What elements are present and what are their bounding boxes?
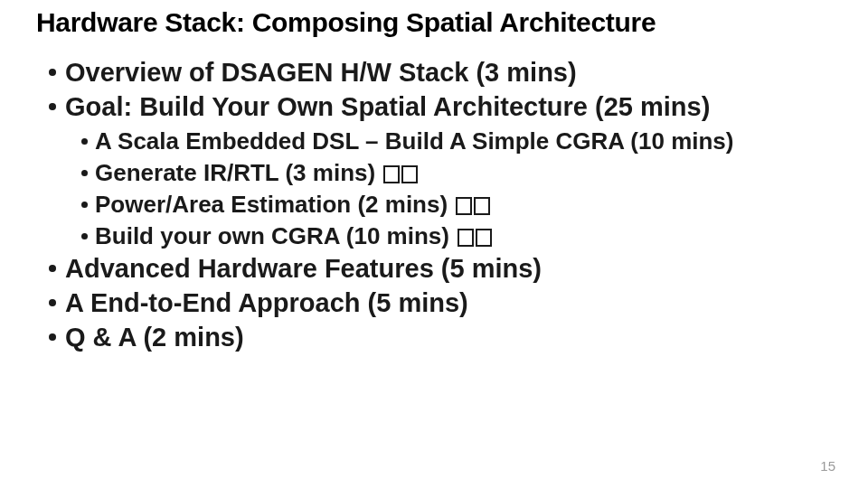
- bullet-text: A Scala Embedded DSL – Build A Simple CG…: [95, 126, 733, 157]
- slide: Hardware Stack: Composing Spatial Archit…: [0, 0, 868, 354]
- bullet-label: Power/Area Estimation (2 mins): [95, 191, 448, 218]
- bullet-icon: [81, 233, 88, 239]
- bullet-goal: Goal: Build Your Own Spatial Architectur…: [49, 90, 832, 123]
- bullet-end-to-end: A End-to-End Approach (5 mins): [49, 286, 832, 319]
- bullet-build-own-cgra: Build your own CGRA (10 mins): [81, 221, 832, 252]
- page-number: 15: [820, 458, 835, 474]
- bullet-icon: [81, 170, 88, 176]
- bullet-icon: [81, 202, 88, 208]
- bullet-overview: Overview of DSAGEN H/W Stack (3 mins): [49, 56, 832, 89]
- bullet-text: Generate IR/RTL (3 mins): [95, 157, 418, 189]
- slide-title: Hardware Stack: Composing Spatial Archit…: [36, 7, 832, 38]
- missing-glyph-icon: [383, 163, 418, 181]
- bullet-icon: [81, 138, 88, 145]
- bullet-label: Build your own CGRA (10 mins): [95, 222, 449, 249]
- bullet-icon: [49, 333, 56, 341]
- bullet-q-and-a: Q & A (2 mins): [49, 321, 832, 353]
- bullet-text: Advanced Hardware Features (5 mins): [65, 252, 542, 285]
- bullet-scala-dsl: A Scala Embedded DSL – Build A Simple CG…: [81, 126, 832, 157]
- bullet-list: Overview of DSAGEN H/W Stack (3 mins) Go…: [36, 56, 832, 354]
- bullet-generate-ir: Generate IR/RTL (3 mins): [81, 157, 832, 189]
- bullet-icon: [49, 69, 56, 76]
- bullet-icon: [49, 103, 56, 110]
- bullet-power-area: Power/Area Estimation (2 mins): [81, 189, 832, 221]
- bullet-label: Generate IR/RTL (3 mins): [95, 159, 375, 186]
- bullet-advanced-hw: Advanced Hardware Features (5 mins): [49, 252, 832, 285]
- bullet-text: Goal: Build Your Own Spatial Architectur…: [65, 90, 710, 123]
- bullet-icon: [49, 265, 56, 272]
- bullet-text: Overview of DSAGEN H/W Stack (3 mins): [65, 56, 577, 89]
- bullet-text: Build your own CGRA (10 mins): [95, 221, 492, 252]
- bullet-text: Power/Area Estimation (2 mins): [95, 189, 490, 221]
- bullet-text: A End-to-End Approach (5 mins): [65, 286, 468, 319]
- missing-glyph-icon: [458, 226, 492, 244]
- missing-glyph-icon: [456, 194, 490, 212]
- bullet-text: Q & A (2 mins): [65, 321, 244, 353]
- bullet-icon: [49, 299, 56, 306]
